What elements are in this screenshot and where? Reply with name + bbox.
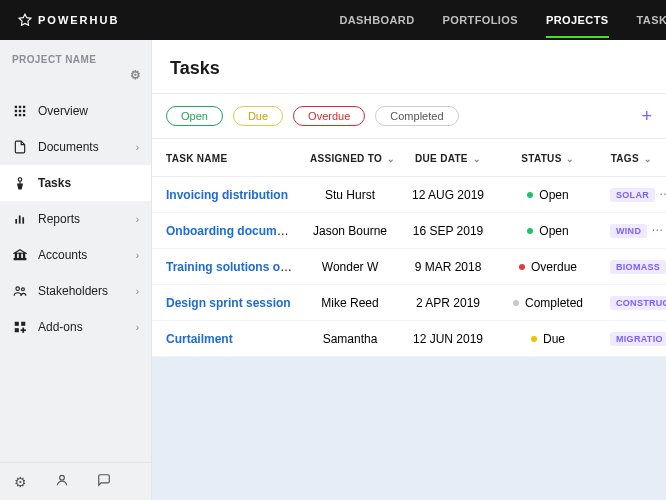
col-task-name[interactable]: TASK NAME (152, 139, 302, 177)
tag-badge: SOLAR (610, 188, 655, 202)
task-link[interactable]: Invoicing distribution (166, 188, 288, 202)
sidebar-item-stakeholders[interactable]: Stakeholders › (0, 273, 151, 309)
svg-rect-9 (23, 114, 25, 116)
people-icon (12, 283, 28, 299)
cell-tags: MIGRATIO (598, 321, 666, 357)
sidebar: PROJECT NAME ⚙ Overview Documents › Task… (0, 40, 152, 500)
svg-rect-6 (23, 110, 25, 112)
status-dot (513, 300, 519, 306)
cell-task-name: Onboarding document (152, 213, 302, 249)
svg-rect-5 (19, 110, 21, 112)
sidebar-item-label: Documents (38, 140, 99, 154)
svg-rect-17 (24, 253, 25, 258)
sidebar-nav: Overview Documents › Tasks Reports › Acc… (0, 93, 151, 345)
sidebar-item-label: Overview (38, 104, 88, 118)
brand-text: POWERHUB (38, 14, 119, 26)
sidebar-item-accounts[interactable]: Accounts › (0, 237, 151, 273)
tag-badge: CONSTRUCT (610, 296, 666, 310)
cell-status: Open (498, 177, 598, 213)
topnav-tasks[interactable]: TASKS (637, 2, 667, 38)
tasks-table: TASK NAME ASSIGNED TO ⌄ DUE DATE ⌄ STATU… (152, 139, 666, 357)
col-due[interactable]: DUE DATE ⌄ (398, 139, 498, 177)
settings-icon[interactable]: ⚙ (14, 474, 27, 490)
task-link[interactable]: Curtailment (166, 332, 233, 346)
pin-icon (12, 175, 28, 191)
task-link[interactable]: Training solutions outsou… (166, 260, 302, 274)
cell-assigned: Stu Hurst (302, 177, 398, 213)
sidebar-item-tasks[interactable]: Tasks (0, 165, 151, 201)
filter-due[interactable]: Due (233, 106, 283, 126)
task-link[interactable]: Onboarding document (166, 224, 295, 238)
cell-assigned: Samantha (302, 321, 398, 357)
sidebar-item-reports[interactable]: Reports › (0, 201, 151, 237)
cell-assigned: Mike Reed (302, 285, 398, 321)
task-link[interactable]: Design sprint session (166, 296, 291, 310)
svg-rect-13 (22, 217, 24, 223)
chevron-right-icon: › (136, 250, 139, 261)
topnav-projects[interactable]: PROJECTS (546, 2, 609, 38)
topnav-portfolios[interactable]: PORTFOLIOS (443, 2, 519, 38)
gear-icon[interactable]: ⚙ (130, 68, 141, 82)
cell-due: 16 SEP 2019 (398, 213, 498, 249)
sidebar-item-addons[interactable]: Add-ons › (0, 309, 151, 345)
chevron-right-icon: › (136, 286, 139, 297)
cell-task-name: Design sprint session (152, 285, 302, 321)
chevron-down-icon: ⌄ (384, 154, 395, 164)
cell-due: 12 JUN 2019 (398, 321, 498, 357)
cell-tags: SOLARD (598, 177, 666, 213)
filter-open[interactable]: Open (166, 106, 223, 126)
filter-row: Open Due Overdue Completed + (152, 94, 666, 139)
add-task-button[interactable]: + (641, 107, 652, 125)
document-icon (12, 139, 28, 155)
table-row[interactable]: CurtailmentSamantha12 JUN 2019DueMIGRATI… (152, 321, 666, 357)
cell-assigned: Wonder W (302, 249, 398, 285)
chevron-right-icon: › (136, 214, 139, 225)
status-dot (527, 192, 533, 198)
cell-due: 12 AUG 2019 (398, 177, 498, 213)
filter-overdue[interactable]: Overdue (293, 106, 365, 126)
svg-point-20 (21, 288, 24, 291)
status-dot (519, 264, 525, 270)
table-row[interactable]: Training solutions outsou…Wonder W9 MAR … (152, 249, 666, 285)
svg-point-10 (18, 178, 22, 182)
chevron-down-icon: ⌄ (564, 154, 575, 164)
table-row[interactable]: Onboarding documentJason Bourne16 SEP 20… (152, 213, 666, 249)
sidebar-item-overview[interactable]: Overview (0, 93, 151, 129)
chat-icon[interactable] (97, 473, 111, 490)
sidebar-item-label: Reports (38, 212, 80, 226)
svg-rect-23 (15, 328, 19, 332)
cell-due: 9 MAR 2018 (398, 249, 498, 285)
sidebar-item-label: Add-ons (38, 320, 83, 334)
cell-task-name: Training solutions outsou… (152, 249, 302, 285)
svg-rect-16 (19, 253, 20, 258)
svg-rect-25 (21, 329, 26, 331)
filter-completed[interactable]: Completed (375, 106, 458, 126)
cell-status: Due (498, 321, 598, 357)
svg-rect-15 (15, 253, 16, 258)
chevron-down-icon: ⌄ (470, 154, 481, 164)
svg-rect-22 (21, 322, 25, 326)
topnav-dashboard[interactable]: DASHBOARD (339, 2, 414, 38)
table-wrap: TASK NAME ASSIGNED TO ⌄ DUE DATE ⌄ STATU… (152, 139, 666, 500)
sidebar-item-documents[interactable]: Documents › (0, 129, 151, 165)
logo-icon (18, 13, 32, 27)
tag-badge: MIGRATIO (610, 332, 666, 346)
svg-rect-3 (23, 106, 25, 108)
topbar: POWERHUB DASHBOARD PORTFOLIOS PROJECTS T… (0, 0, 666, 40)
page-title: Tasks (152, 40, 666, 94)
col-assigned[interactable]: ASSIGNED TO ⌄ (302, 139, 398, 177)
col-tags[interactable]: TAGS ⌄ (598, 139, 666, 177)
project-label-text: PROJECT NAME (12, 54, 96, 65)
cell-task-name: Curtailment (152, 321, 302, 357)
table-row[interactable]: Invoicing distributionStu Hurst12 AUG 20… (152, 177, 666, 213)
sidebar-item-label: Stakeholders (38, 284, 108, 298)
chevron-right-icon: › (136, 322, 139, 333)
user-icon[interactable] (55, 473, 69, 490)
table-row[interactable]: Design sprint sessionMike Reed2 APR 2019… (152, 285, 666, 321)
svg-rect-18 (14, 259, 26, 260)
chevron-down-icon: ⌄ (641, 154, 652, 164)
tag-badge: WIND (610, 224, 647, 238)
col-status[interactable]: STATUS ⌄ (498, 139, 598, 177)
chart-icon (12, 211, 28, 227)
brand-logo: POWERHUB (18, 13, 119, 27)
